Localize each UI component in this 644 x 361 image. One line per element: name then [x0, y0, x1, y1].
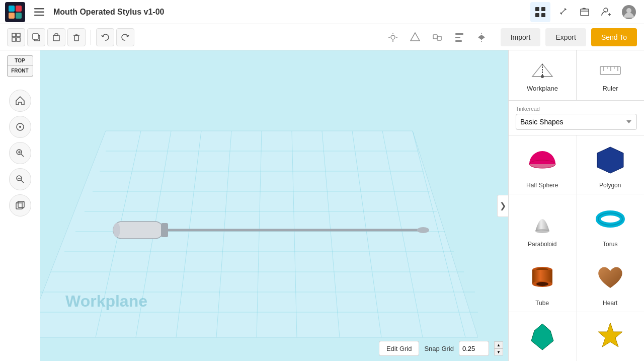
left-sidebar: TOP FRONT [0, 50, 40, 361]
heart-icon [593, 260, 628, 296]
shape7-label: ... [540, 358, 545, 361]
svg-rect-5 [535, 13, 539, 17]
torus-icon [593, 201, 628, 237]
redo-button[interactable] [116, 28, 134, 46]
edit-grid-button[interactable]: Edit Grid [379, 341, 420, 356]
light-button[interactable] [384, 28, 402, 46]
delete-button[interactable] [67, 28, 86, 46]
half-sphere-icon [525, 142, 560, 178]
svg-rect-1 [34, 11, 44, 13]
tools-button[interactable] [552, 2, 573, 22]
svg-rect-33 [455, 37, 460, 38]
fit-all-button[interactable] [9, 116, 31, 138]
align-button[interactable] [450, 28, 468, 46]
tinkercad-logo[interactable] [5, 2, 25, 22]
shape-toggle-button[interactable] [406, 28, 424, 46]
heart-label: Heart [603, 300, 617, 307]
bottom-controls: Edit Grid Snap Grid ▲ ▼ [379, 341, 503, 356]
workplane-grid [40, 50, 508, 361]
snap-grid-input[interactable] [459, 341, 489, 356]
mirror-button[interactable] [472, 28, 491, 46]
select-all-button[interactable] [7, 28, 25, 46]
svg-rect-15 [12, 38, 16, 41]
profile-button[interactable] [619, 2, 639, 22]
undo-button[interactable] [96, 28, 114, 46]
group-button[interactable] [428, 28, 446, 46]
shape-torus[interactable]: Torus [577, 194, 645, 253]
zoom-out-button[interactable] [9, 168, 31, 190]
shape-heart[interactable]: Heart [577, 253, 645, 312]
shape-7[interactable]: ... [509, 312, 577, 361]
half-sphere-label: Half Sphere [526, 182, 558, 189]
shape-paraboloid[interactable]: Paraboloid [509, 194, 577, 253]
home-view-button[interactable] [9, 90, 31, 112]
hamburger-button[interactable] [29, 2, 49, 22]
svg-rect-16 [17, 38, 20, 41]
right-panel-top: Workplane Ruler [509, 50, 644, 101]
svg-marker-101 [531, 324, 553, 350]
svg-rect-13 [12, 33, 16, 37]
snap-decrease-button[interactable]: ▼ [494, 348, 503, 355]
grid-view-button[interactable] [530, 2, 550, 22]
svg-rect-30 [433, 35, 437, 39]
add-user-button[interactable] [597, 2, 617, 22]
collapse-panel-button[interactable]: ❯ [497, 195, 508, 217]
paraboloid-label: Paraboloid [528, 241, 556, 248]
svg-point-78 [113, 223, 120, 237]
copy-button[interactable] [27, 28, 45, 46]
view-cube-front: FRONT [7, 65, 33, 77]
paste-button[interactable] [47, 28, 65, 46]
shapes-panel-header: Tinkercad Basic Shapes Text and Numbers … [509, 101, 644, 135]
perspective-button[interactable] [9, 194, 31, 216]
import-button[interactable]: Import [501, 28, 541, 46]
view-cube-top: TOP [7, 55, 33, 65]
svg-rect-7 [581, 9, 589, 16]
paraboloid-icon [525, 201, 560, 237]
workplane-tool[interactable]: Workplane [509, 50, 577, 100]
canvas-area[interactable]: Workplane ❯ Edit Grid Snap Grid ▲ ▼ [40, 50, 508, 361]
shapes-category-dropdown[interactable]: Basic Shapes Text and Numbers Featured C… [516, 114, 637, 130]
shape-8[interactable]: ... [577, 312, 645, 361]
shape-half-sphere[interactable]: Half Sphere [509, 135, 577, 194]
snap-increase-button[interactable]: ▲ [494, 341, 503, 348]
ruler-tool[interactable]: Ruler [577, 50, 644, 100]
export-button[interactable]: Export [545, 28, 586, 46]
svg-marker-37 [481, 35, 485, 40]
shape8-label: ... [608, 358, 613, 361]
svg-rect-34 [455, 40, 462, 42]
top-right-icons [530, 2, 639, 22]
svg-rect-3 [535, 7, 539, 11]
workplane-icon [530, 59, 555, 82]
shape7-icon [525, 319, 560, 354]
ruler-tool-label: Ruler [602, 85, 618, 92]
polygon-icon [593, 142, 628, 178]
svg-marker-91 [597, 147, 623, 173]
polygon-label: Polygon [599, 182, 621, 189]
svg-rect-32 [455, 33, 463, 35]
svg-point-12 [626, 8, 631, 13]
svg-rect-0 [34, 8, 44, 10]
shape8-icon [593, 319, 628, 354]
shape-polygon[interactable]: Polygon [577, 135, 645, 194]
svg-line-45 [21, 180, 24, 183]
svg-point-100 [536, 282, 548, 286]
svg-rect-21 [74, 36, 78, 41]
svg-marker-36 [478, 35, 481, 40]
files-button[interactable] [575, 2, 595, 22]
right-panel: Workplane Ruler Tinkercad Basic Shapes [508, 50, 644, 361]
svg-rect-4 [541, 7, 545, 11]
zoom-in-button[interactable] [9, 142, 31, 164]
shape-tube[interactable]: Tube [509, 253, 577, 312]
shapes-grid: Half Sphere Polygon [509, 135, 644, 361]
torus-label: Torus [603, 241, 617, 248]
view-cube[interactable]: TOP FRONT [5, 55, 35, 86]
toolbar: Import Export Send To [0, 24, 644, 50]
svg-point-39 [19, 126, 21, 128]
tube-label: Tube [535, 300, 549, 307]
svg-rect-2 [34, 15, 44, 16]
ruler-icon [598, 59, 623, 82]
main-area: TOP FRONT [0, 50, 644, 361]
tinkercad-label: Tinkercad [516, 106, 637, 112]
topbar: Mouth Operated Stylus v1-00 [0, 0, 644, 24]
sendto-button[interactable]: Send To [591, 28, 637, 46]
